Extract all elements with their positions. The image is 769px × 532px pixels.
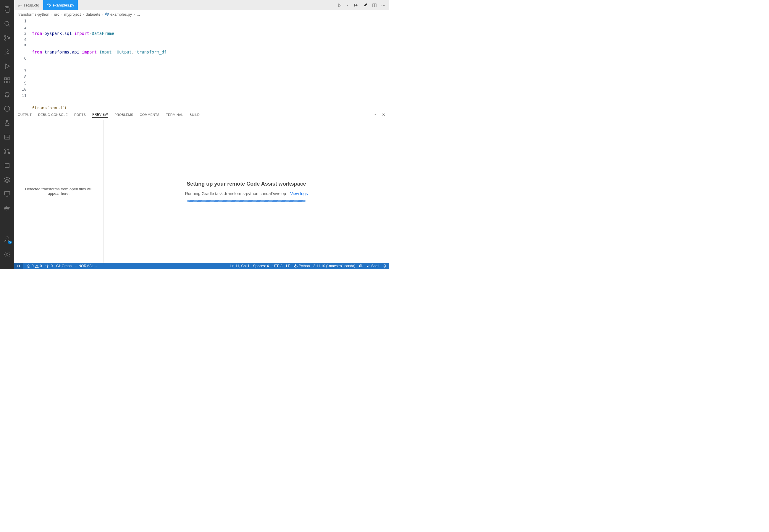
svg-rect-13 [4, 135, 10, 139]
docker-icon[interactable] [0, 201, 14, 215]
run-icon[interactable] [337, 3, 342, 8]
panel-tabs: OUTPUT DEBUG CONSOLE PORTS PREVIEW PROBL… [14, 109, 389, 120]
svg-point-39 [360, 266, 360, 266]
play-icon[interactable] [0, 59, 14, 73]
breadcrumb-part[interactable]: src [54, 12, 59, 17]
svg-rect-8 [4, 81, 7, 83]
panel-tab-comments[interactable]: COMMENTS [140, 112, 159, 118]
svg-rect-7 [4, 78, 7, 80]
tab-examples-py[interactable]: examples.py [43, 0, 78, 10]
split-editor-icon[interactable] [372, 3, 377, 8]
beaker-icon[interactable] [0, 116, 14, 130]
svg-rect-18 [4, 192, 10, 195]
terminal-panel-icon[interactable] [0, 130, 14, 144]
code-editor[interactable]: 1 2 3 4 5 6 7 8 9 10 11 from·pyspark.sql… [14, 17, 389, 109]
svg-point-11 [5, 92, 9, 96]
svg-point-15 [5, 153, 6, 154]
explorer-icon[interactable] [0, 2, 14, 17]
fast-forward-icon[interactable] [353, 3, 358, 8]
view-logs-link[interactable]: View logs [290, 191, 308, 196]
breadcrumb-part[interactable]: transforms-python [18, 12, 49, 17]
breadcrumb-part[interactable]: datasets [86, 12, 100, 17]
svg-point-32 [383, 5, 383, 6]
svg-point-16 [8, 153, 10, 154]
svg-rect-22 [6, 206, 7, 207]
square-icon[interactable] [0, 158, 14, 173]
status-ports[interactable]: 0 [45, 264, 53, 268]
breadcrumb[interactable]: transforms-python› src› myproject› datas… [14, 10, 389, 17]
status-cursor-position[interactable]: Ln 11, Col 1 [230, 264, 250, 268]
tab-bar: setup.cfg examples.py [14, 0, 389, 10]
activity-bar: 3 [0, 0, 14, 269]
more-icon[interactable] [381, 3, 386, 8]
search-icon[interactable] [0, 17, 14, 31]
svg-point-2 [5, 35, 6, 37]
account-icon[interactable]: 3 [0, 232, 14, 246]
status-git-graph[interactable]: Git Graph [56, 264, 72, 268]
chevron-down-icon[interactable] [346, 4, 349, 7]
svg-point-14 [5, 149, 6, 150]
svg-point-5 [5, 54, 5, 54]
bottom-panel: OUTPUT DEBUG CONSOLE PORTS PREVIEW PROBL… [14, 109, 389, 263]
python-icon [47, 3, 51, 7]
remote-indicator[interactable] [14, 263, 23, 269]
account-badge: 3 [8, 241, 12, 244]
panel-tab-build[interactable]: BUILD [190, 112, 200, 118]
main-area: setup.cfg examples.py transforms-python›… [14, 0, 389, 269]
breadcrumb-part[interactable]: examples.py [110, 12, 132, 17]
extensions-icon[interactable] [0, 73, 14, 87]
status-encoding[interactable]: UTF-8 [272, 264, 282, 268]
panel-tab-debug-console[interactable]: DEBUG CONSOLE [38, 112, 68, 118]
panel-left-message: Detected transforms from open files will… [14, 120, 103, 263]
status-spaces[interactable]: Spaces: 4 [253, 264, 269, 268]
tab-label: examples.py [53, 3, 74, 7]
palantir-icon[interactable] [0, 87, 14, 102]
status-language[interactable]: Python [294, 264, 310, 268]
progress-bar [187, 200, 305, 202]
panel-tab-ports[interactable]: PORTS [74, 112, 86, 118]
tab-label: setup.cfg [24, 3, 39, 7]
panel-tab-problems[interactable]: PROBLEMS [114, 112, 133, 118]
source-control-icon[interactable] [0, 31, 14, 45]
breadcrumb-part[interactable]: ... [137, 12, 140, 17]
panel-title: Setting up your remote Code Assist works… [187, 181, 306, 187]
close-icon[interactable] [381, 113, 386, 117]
settings-gear-icon[interactable] [0, 247, 14, 262]
svg-marker-27 [354, 4, 356, 7]
git-pr-icon[interactable] [0, 144, 14, 158]
svg-line-1 [8, 25, 10, 26]
run-debug-icon[interactable] [0, 45, 14, 59]
svg-marker-26 [338, 4, 341, 7]
remote-explorer-icon[interactable] [0, 187, 14, 201]
panel-subtitle: Running Gradle task :transforms-python:c… [185, 191, 307, 196]
breadcrumb-part[interactable]: myproject [64, 12, 81, 17]
layers-icon[interactable] [0, 173, 14, 187]
chevron-up-icon[interactable] [373, 113, 377, 117]
svg-point-37 [47, 267, 48, 268]
status-bell-icon[interactable] [383, 264, 387, 268]
panel-tab-terminal[interactable]: TERMINAL [166, 112, 183, 118]
code-content[interactable]: from·pyspark.sql·import·DataFrame from·t… [32, 17, 389, 109]
wrench-icon[interactable] [362, 3, 368, 8]
svg-marker-28 [356, 4, 357, 7]
svg-point-24 [6, 254, 8, 255]
svg-point-40 [361, 266, 361, 266]
status-copilot-icon[interactable] [359, 264, 363, 268]
status-errors[interactable]: 0 0 [27, 264, 42, 268]
svg-rect-9 [8, 81, 10, 83]
line-gutter: 1 2 3 4 5 6 7 8 9 10 11 [14, 17, 32, 109]
status-spell[interactable]: Spell [366, 264, 379, 268]
status-eol[interactable]: LF [286, 264, 290, 268]
status-vim-mode: -- NORMAL -- [75, 264, 97, 268]
status-python-version[interactable]: 3.11.10 ('.maestro': conda) [313, 264, 355, 268]
svg-rect-38 [359, 265, 362, 267]
clock-icon[interactable] [0, 102, 14, 116]
panel-tab-output[interactable]: OUTPUT [18, 112, 32, 118]
tab-setup-cfg[interactable]: setup.cfg [14, 0, 43, 10]
panel-tab-preview[interactable]: PREVIEW [92, 111, 108, 118]
gear-icon [18, 3, 22, 7]
svg-rect-17 [5, 163, 9, 168]
tab-actions [337, 0, 389, 10]
svg-point-4 [8, 37, 10, 39]
svg-point-23 [6, 237, 8, 239]
